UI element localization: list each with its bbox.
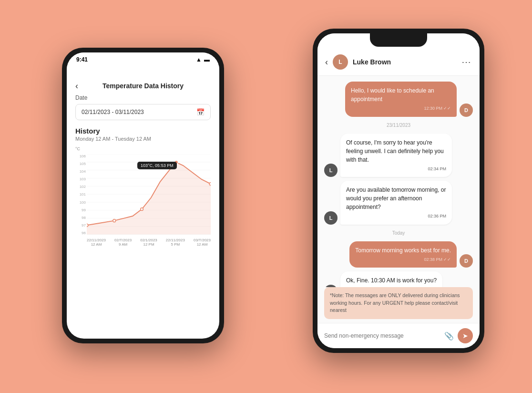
x-label-3: 22/11/20235 PM	[166, 238, 185, 247]
left-phone-screen: 9:41 ▲ ▬ ‹ Temperature Data History Date…	[67, 52, 219, 339]
x-label-4: 03/T/202312 AM	[194, 238, 211, 247]
notch-right	[370, 33, 427, 47]
note-text: *Note: The messages are ONLY delivered d…	[330, 292, 460, 313]
history-title: History	[75, 127, 211, 135]
y-axis-ticks: 106 105 104 103 102 101 100 99 98 97 96	[75, 154, 86, 235]
chat-messages: Hello, I would like to schedule an appoi…	[317, 76, 480, 287]
contact-initial: L	[338, 59, 342, 65]
message-text-5: Ok, Fine. 10:30 AM is work for you?	[346, 277, 437, 284]
bubble-received-3: Ok, Fine. 10:30 AM is work for you? 03:4…	[340, 271, 442, 287]
message-input[interactable]	[324, 332, 440, 339]
y-tick-104: 104	[75, 169, 86, 174]
message-time-2: 02:34 PM	[346, 166, 446, 173]
message-text-4: Tomorrow morning works best for me.	[355, 247, 451, 254]
nav-header: ‹ Temperature Data History	[75, 76, 211, 94]
x-label-2: 02/1/202312 PM	[140, 238, 157, 247]
time-display: 9:41	[76, 56, 88, 63]
sender-avatar-3: L	[324, 211, 338, 225]
message-time-1: 12:30 PM ✓✓	[351, 105, 451, 112]
history-subtitle: Monday 12 AM - Tuesday 12 AM	[75, 136, 211, 142]
svg-point-12	[87, 224, 88, 227]
y-axis-label: °C	[75, 146, 80, 151]
y-tick-99: 99	[75, 208, 86, 212]
message-time-5: 03:42 PM	[346, 287, 437, 287]
message-text-2: Of course, I'm sorry to hear you're feel…	[346, 139, 444, 163]
calendar-icon[interactable]: 📅	[196, 108, 205, 116]
right-phone-screen: ‹ L Luke Brown ⋯ Hello, I would like to …	[317, 33, 480, 348]
left-content: ‹ Temperature Data History Date 02/11/20…	[67, 76, 219, 247]
x-label-1: 02/T/20239 AM	[114, 238, 132, 247]
date-range-input[interactable]: 02/11/2023 - 03/11/2023 📅	[75, 104, 211, 120]
y-tick-101: 101	[75, 192, 86, 196]
contact-avatar-header: L	[333, 54, 348, 70]
battery-icon: ▬	[204, 56, 210, 63]
contact-name: Luke Brown	[353, 58, 391, 66]
message-text-1: Hello, I would like to schedule an appoi…	[351, 87, 434, 103]
y-tick-96: 96	[75, 231, 86, 235]
read-receipt-1: ✓✓	[443, 105, 451, 112]
y-tick-97: 97	[75, 223, 86, 228]
bubble-sent-1: Hello, I would like to schedule an appoi…	[345, 82, 457, 117]
attach-icon[interactable]: 📎	[444, 331, 454, 341]
y-tick-102: 102	[75, 185, 86, 189]
message-time-3: 02:36 PM	[346, 213, 446, 220]
status-bar-left: 9:41 ▲ ▬	[67, 52, 219, 76]
sender-avatar-5: L	[324, 285, 338, 287]
right-phone: ‹ L Luke Brown ⋯ Hello, I would like to …	[313, 29, 484, 353]
temperature-chart: °C 106 105 104 103 102 101 100 99 98 97 …	[75, 146, 211, 247]
send-icon: ➤	[462, 332, 468, 340]
message-time-4: 02:38 PM ✓✓	[355, 257, 451, 263]
bubble-received-2: Are you available tomorrow morning, or w…	[340, 181, 452, 225]
read-receipt-2: ✓✓	[443, 257, 451, 263]
send-button[interactable]: ➤	[458, 328, 473, 343]
sender-avatar-4: D	[460, 254, 473, 268]
page-title: Temperature Data History	[102, 82, 184, 90]
message-5: L Ok, Fine. 10:30 AM is work for you? 03…	[324, 271, 473, 287]
bubble-sent-2: Tomorrow morning works best for me. 02:3…	[349, 241, 457, 268]
x-axis-labels: 22/11/202312 AM 02/T/20239 AM 02/1/20231…	[87, 238, 211, 247]
y-tick-100: 100	[75, 200, 86, 205]
more-options-button[interactable]: ⋯	[461, 56, 472, 68]
svg-marker-11	[87, 162, 211, 234]
y-tick-103: 103	[75, 177, 86, 181]
date-divider-1: 23/11/2023	[324, 123, 473, 128]
sender-avatar-2: L	[324, 164, 338, 177]
message-3: L Are you available tomorrow morning, or…	[324, 181, 473, 225]
message-1: Hello, I would like to schedule an appoi…	[324, 82, 473, 117]
chart-tooltip: 103°C, 05:53 PM	[137, 162, 177, 169]
bubble-received-1: Of course, I'm sorry to hear you're feel…	[340, 134, 452, 177]
svg-point-14	[141, 208, 143, 211]
svg-point-13	[113, 219, 116, 222]
sender-avatar-1: D	[460, 103, 473, 117]
chat-input-bar: 📎 ➤	[317, 323, 480, 348]
message-4: Tomorrow morning works best for me. 02:3…	[324, 241, 473, 268]
y-tick-106: 106	[75, 154, 86, 158]
left-phone: 9:41 ▲ ▬ ‹ Temperature Data History Date…	[62, 48, 224, 343]
message-text-3: Are you available tomorrow morning, or w…	[346, 186, 446, 210]
x-label-0: 22/11/202312 AM	[87, 238, 106, 247]
chat-header-left: ‹ L Luke Brown	[325, 54, 391, 70]
message-2: L Of course, I'm sorry to hear you're fe…	[324, 134, 473, 177]
svg-point-16	[209, 183, 211, 186]
status-icons: ▲ ▬	[196, 56, 210, 63]
chat-back-button[interactable]: ‹	[325, 57, 328, 67]
y-tick-105: 105	[75, 162, 86, 166]
wifi-icon: ▲	[196, 56, 202, 63]
date-label: Date	[75, 94, 211, 101]
date-divider-today: Today	[324, 230, 473, 236]
back-button[interactable]: ‹	[75, 81, 78, 91]
date-range-value: 02/11/2023 - 03/11/2023	[82, 109, 144, 115]
note-box: *Note: The messages are ONLY delivered d…	[324, 287, 473, 319]
y-tick-98: 98	[75, 216, 86, 220]
